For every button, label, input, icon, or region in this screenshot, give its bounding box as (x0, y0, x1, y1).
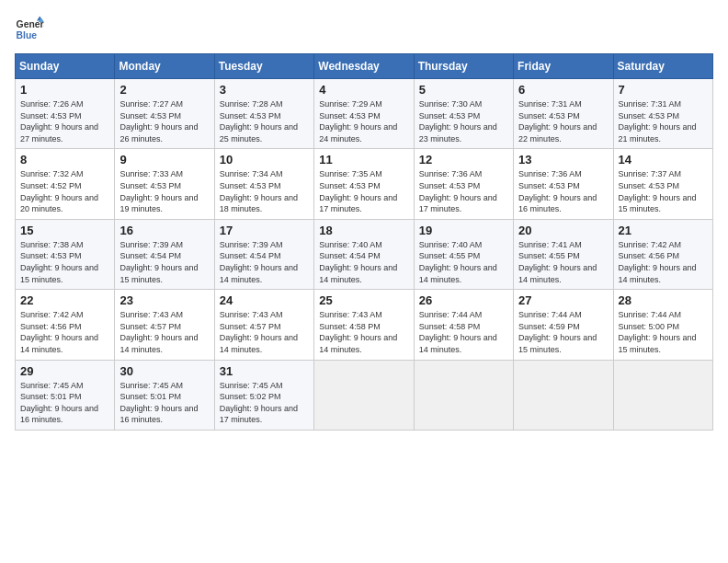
calendar-week-1: 1Sunrise: 7:26 AMSunset: 4:53 PMDaylight… (16, 79, 713, 149)
day-info: Sunrise: 7:29 AMSunset: 4:53 PMDaylight:… (319, 98, 408, 144)
svg-text:Blue: Blue (17, 30, 38, 40)
day-info: Sunrise: 7:43 AMSunset: 4:57 PMDaylight:… (119, 309, 209, 355)
calendar-cell (514, 360, 613, 430)
day-info: Sunrise: 7:40 AMSunset: 4:54 PMDaylight:… (319, 239, 408, 285)
calendar-cell: 3Sunrise: 7:28 AMSunset: 4:53 PMDaylight… (214, 79, 313, 149)
day-number: 15 (20, 224, 109, 237)
calendar-cell: 12Sunrise: 7:36 AMSunset: 4:53 PMDayligh… (414, 149, 513, 219)
weekday-header-sunday: Sunday (16, 54, 115, 79)
calendar-week-2: 8Sunrise: 7:32 AMSunset: 4:52 PMDaylight… (16, 149, 713, 219)
weekday-header-saturday: Saturday (613, 54, 712, 79)
day-number: 11 (319, 153, 408, 167)
day-info: Sunrise: 7:39 AMSunset: 4:54 PMDaylight:… (220, 239, 309, 285)
calendar-cell: 21Sunrise: 7:42 AMSunset: 4:56 PMDayligh… (613, 219, 712, 289)
day-info: Sunrise: 7:37 AMSunset: 4:53 PMDaylight:… (619, 168, 708, 214)
day-number: 26 (419, 293, 508, 307)
day-info: Sunrise: 7:33 AMSunset: 4:53 PMDaylight:… (119, 168, 209, 214)
day-info: Sunrise: 7:45 AMSunset: 5:01 PMDaylight:… (20, 380, 109, 426)
day-number: 30 (119, 364, 209, 378)
calendar-cell: 13Sunrise: 7:36 AMSunset: 4:53 PMDayligh… (514, 149, 613, 219)
day-info: Sunrise: 7:34 AMSunset: 4:53 PMDaylight:… (220, 168, 309, 214)
day-number: 27 (518, 293, 608, 307)
calendar-cell: 15Sunrise: 7:38 AMSunset: 4:53 PMDayligh… (16, 219, 115, 289)
day-number: 16 (119, 224, 209, 237)
day-info: Sunrise: 7:44 AMSunset: 4:59 PMDaylight:… (518, 309, 608, 355)
calendar-cell (414, 360, 513, 430)
day-info: Sunrise: 7:42 AMSunset: 4:56 PMDaylight:… (619, 239, 708, 285)
weekday-header-monday: Monday (115, 54, 214, 79)
weekday-header-thursday: Thursday (414, 54, 513, 79)
day-number: 6 (518, 83, 608, 97)
day-number: 29 (20, 364, 109, 378)
calendar-cell: 31Sunrise: 7:45 AMSunset: 5:02 PMDayligh… (214, 360, 313, 430)
day-number: 19 (419, 224, 508, 237)
day-number: 18 (319, 224, 408, 237)
day-number: 8 (20, 153, 109, 167)
calendar-cell: 26Sunrise: 7:44 AMSunset: 4:58 PMDayligh… (414, 290, 513, 360)
day-number: 13 (518, 153, 608, 167)
weekday-header-tuesday: Tuesday (214, 54, 313, 79)
day-number: 24 (220, 293, 309, 307)
calendar-table: SundayMondayTuesdayWednesdayThursdayFrid… (15, 53, 713, 431)
calendar-header: SundayMondayTuesdayWednesdayThursdayFrid… (16, 54, 713, 79)
day-number: 7 (619, 83, 708, 97)
day-number: 14 (619, 153, 708, 167)
day-number: 12 (419, 153, 508, 167)
day-info: Sunrise: 7:31 AMSunset: 4:53 PMDaylight:… (518, 98, 608, 144)
calendar-cell: 9Sunrise: 7:33 AMSunset: 4:53 PMDaylight… (115, 149, 214, 219)
calendar-cell: 2Sunrise: 7:27 AMSunset: 4:53 PMDaylight… (115, 79, 214, 149)
calendar-cell: 20Sunrise: 7:41 AMSunset: 4:55 PMDayligh… (514, 219, 613, 289)
day-info: Sunrise: 7:38 AMSunset: 4:53 PMDaylight:… (20, 239, 109, 285)
calendar-cell: 25Sunrise: 7:43 AMSunset: 4:58 PMDayligh… (314, 290, 414, 360)
day-info: Sunrise: 7:27 AMSunset: 4:53 PMDaylight:… (119, 98, 209, 144)
day-number: 20 (518, 224, 608, 237)
day-number: 22 (20, 293, 109, 307)
day-number: 21 (619, 224, 708, 237)
calendar-cell: 30Sunrise: 7:45 AMSunset: 5:01 PMDayligh… (115, 360, 214, 430)
day-number: 25 (319, 293, 408, 307)
day-info: Sunrise: 7:36 AMSunset: 4:53 PMDaylight:… (419, 168, 508, 214)
calendar-cell: 23Sunrise: 7:43 AMSunset: 4:57 PMDayligh… (115, 290, 214, 360)
day-number: 1 (20, 83, 109, 97)
calendar-cell: 10Sunrise: 7:34 AMSunset: 4:53 PMDayligh… (214, 149, 313, 219)
day-info: Sunrise: 7:26 AMSunset: 4:53 PMDaylight:… (20, 98, 109, 144)
day-info: Sunrise: 7:45 AMSunset: 5:02 PMDaylight:… (220, 380, 309, 426)
day-number: 31 (220, 364, 309, 378)
calendar-cell: 4Sunrise: 7:29 AMSunset: 4:53 PMDaylight… (314, 79, 414, 149)
calendar-week-3: 15Sunrise: 7:38 AMSunset: 4:53 PMDayligh… (16, 219, 713, 289)
day-number: 2 (119, 83, 209, 97)
day-number: 10 (220, 153, 309, 167)
calendar-cell: 11Sunrise: 7:35 AMSunset: 4:53 PMDayligh… (314, 149, 414, 219)
day-info: Sunrise: 7:35 AMSunset: 4:53 PMDaylight:… (319, 168, 408, 214)
calendar-cell: 5Sunrise: 7:30 AMSunset: 4:53 PMDaylight… (414, 79, 513, 149)
calendar-cell (314, 360, 414, 430)
calendar-cell: 7Sunrise: 7:31 AMSunset: 4:53 PMDaylight… (613, 79, 712, 149)
day-number: 23 (119, 293, 209, 307)
calendar-cell: 6Sunrise: 7:31 AMSunset: 4:53 PMDaylight… (514, 79, 613, 149)
day-number: 17 (220, 224, 309, 237)
logo-icon: General Blue (15, 15, 44, 44)
day-info: Sunrise: 7:44 AMSunset: 4:58 PMDaylight:… (419, 309, 508, 355)
day-info: Sunrise: 7:43 AMSunset: 4:57 PMDaylight:… (220, 309, 309, 355)
day-number: 28 (619, 293, 708, 307)
day-number: 3 (220, 83, 309, 97)
day-info: Sunrise: 7:41 AMSunset: 4:55 PMDaylight:… (518, 239, 608, 285)
day-number: 5 (419, 83, 508, 97)
day-info: Sunrise: 7:43 AMSunset: 4:58 PMDaylight:… (319, 309, 408, 355)
calendar-cell: 18Sunrise: 7:40 AMSunset: 4:54 PMDayligh… (314, 219, 414, 289)
calendar-cell: 8Sunrise: 7:32 AMSunset: 4:52 PMDaylight… (16, 149, 115, 219)
calendar-cell: 17Sunrise: 7:39 AMSunset: 4:54 PMDayligh… (214, 219, 313, 289)
logo: General Blue (15, 15, 44, 44)
calendar-week-4: 22Sunrise: 7:42 AMSunset: 4:56 PMDayligh… (16, 290, 713, 360)
calendar-cell: 29Sunrise: 7:45 AMSunset: 5:01 PMDayligh… (16, 360, 115, 430)
day-number: 4 (319, 83, 408, 97)
day-info: Sunrise: 7:40 AMSunset: 4:55 PMDaylight:… (419, 239, 508, 285)
calendar-cell: 16Sunrise: 7:39 AMSunset: 4:54 PMDayligh… (115, 219, 214, 289)
calendar-cell: 1Sunrise: 7:26 AMSunset: 4:53 PMDaylight… (16, 79, 115, 149)
calendar-cell (613, 360, 712, 430)
day-info: Sunrise: 7:30 AMSunset: 4:53 PMDaylight:… (419, 98, 508, 144)
day-info: Sunrise: 7:45 AMSunset: 5:01 PMDaylight:… (119, 380, 209, 426)
day-info: Sunrise: 7:44 AMSunset: 5:00 PMDaylight:… (619, 309, 708, 355)
day-info: Sunrise: 7:42 AMSunset: 4:56 PMDaylight:… (20, 309, 109, 355)
weekday-header-wednesday: Wednesday (314, 54, 414, 79)
